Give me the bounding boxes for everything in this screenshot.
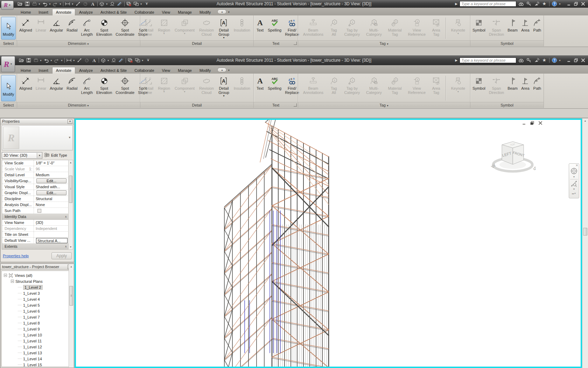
collapse-chevron-icon[interactable]: ∧ bbox=[65, 215, 66, 218]
browser-scrollbar[interactable]: ▲ bbox=[69, 264, 74, 367]
property-row[interactable]: Sun Path bbox=[2, 208, 69, 214]
tree-item[interactable]: 1_Level 12 bbox=[2, 344, 73, 350]
thin-lines-icon[interactable] bbox=[117, 1, 123, 7]
print-icon[interactable] bbox=[31, 1, 37, 7]
panel-label-detail[interactable]: Detail bbox=[140, 102, 253, 108]
beam-button[interactable]: Beam bbox=[506, 74, 519, 102]
chevron-down-icon[interactable]: ▼ bbox=[141, 59, 144, 62]
close-icon[interactable]: ✕ bbox=[68, 119, 72, 124]
help-search-input[interactable] bbox=[460, 1, 516, 7]
detail-group-button[interactable]: ADetailGroup▼ bbox=[217, 16, 231, 40]
scrollbar-thumb[interactable] bbox=[583, 228, 587, 236]
redo-icon[interactable] bbox=[52, 1, 58, 7]
panel-label-tag[interactable]: Tag ▼ bbox=[298, 102, 470, 108]
communication-icon[interactable] bbox=[534, 57, 539, 63]
detail-group-button[interactable]: ADetailGroup▼ bbox=[217, 74, 231, 102]
qat-customize-icon[interactable]: ▼— bbox=[144, 1, 150, 7]
tab-annotate[interactable]: Annotate bbox=[52, 9, 75, 15]
view-type-select[interactable]: 3D View: {3D}▼ bbox=[2, 152, 42, 159]
close-hidden-windows-icon[interactable] bbox=[126, 1, 132, 7]
edit-type-button[interactable]: Edit Type bbox=[44, 152, 67, 158]
panel-label-text[interactable]: Text bbox=[254, 102, 298, 108]
section-icon[interactable] bbox=[110, 1, 115, 7]
panel-label-select[interactable]: Select bbox=[0, 40, 17, 46]
favorites-star-icon[interactable]: ★ bbox=[541, 1, 547, 7]
redo-icon[interactable] bbox=[54, 57, 60, 63]
tree-item[interactable]: 1_Level 3 bbox=[2, 290, 73, 296]
property-row[interactable]: Detail LevelMedium bbox=[2, 172, 69, 178]
expand-search-icon[interactable]: ▶ bbox=[455, 2, 457, 6]
tree-expander-minus[interactable] bbox=[11, 280, 14, 283]
tree-item[interactable]: 1_Level 9 bbox=[2, 326, 73, 332]
symbol-button[interactable]: Symbol bbox=[471, 16, 487, 40]
tree-item[interactable]: 1_Level 4 bbox=[2, 296, 73, 302]
tree-item[interactable]: 1_Level 11 bbox=[2, 338, 73, 344]
chevron-down-icon[interactable]: ▼ bbox=[59, 3, 62, 5]
panel-label-dimension[interactable]: Dimension ▼ bbox=[17, 102, 140, 108]
save-icon[interactable] bbox=[24, 1, 30, 7]
chevron-down-icon[interactable]: ▼ bbox=[50, 59, 52, 62]
spot-elevation-button[interactable]: SpotElevation bbox=[94, 74, 114, 102]
tab-architect-site[interactable]: Architect & Site bbox=[97, 67, 131, 74]
tab-analyze[interactable]: Analyze bbox=[75, 67, 97, 74]
property-row[interactable]: View Scale1/8" = 1'-0" bbox=[2, 160, 69, 166]
chevron-down-icon[interactable]: ▼ bbox=[40, 59, 42, 62]
key-icon[interactable] bbox=[526, 1, 532, 7]
chevron-down-icon[interactable]: ▼ bbox=[49, 3, 51, 5]
help-icon[interactable]: ? bbox=[552, 57, 557, 63]
edit-button[interactable]: Edit... bbox=[36, 190, 66, 195]
thin-lines-icon[interactable] bbox=[118, 57, 124, 63]
tab-modify[interactable]: Modify bbox=[196, 67, 215, 74]
undo-icon[interactable] bbox=[43, 57, 49, 63]
chevron-down-icon[interactable]: ▼ bbox=[573, 188, 575, 191]
property-row[interactable]: DependencyIndependent bbox=[2, 226, 69, 232]
arc-length-button[interactable]: ArcLength bbox=[79, 74, 94, 102]
panel-label-select[interactable]: Select bbox=[0, 102, 17, 108]
close-button[interactable] bbox=[580, 1, 586, 7]
tab-annotate[interactable]: Annotate bbox=[52, 67, 75, 74]
restore-button[interactable] bbox=[573, 1, 579, 7]
chevron-down-icon[interactable]: ▼ bbox=[61, 59, 63, 62]
property-row[interactable]: Scale Value 1:96 bbox=[2, 166, 69, 172]
tab-manage[interactable]: Manage bbox=[174, 9, 196, 15]
property-row[interactable]: Analysis Displ...None bbox=[2, 202, 69, 208]
view-close-button[interactable] bbox=[537, 121, 543, 125]
tree-expander-minus[interactable] bbox=[4, 274, 7, 277]
property-row[interactable]: Default View ...Structural A... bbox=[2, 238, 69, 244]
apply-button[interactable]: Apply bbox=[51, 252, 72, 259]
text-icon[interactable]: A bbox=[91, 57, 97, 63]
search-binoculars-icon[interactable] bbox=[518, 57, 524, 63]
close-hidden-windows-icon[interactable] bbox=[127, 57, 133, 63]
chevron-down-icon[interactable]: ▼ bbox=[68, 136, 71, 139]
sun-path-checkbox[interactable] bbox=[37, 209, 41, 213]
angular-button[interactable]: Angular bbox=[48, 74, 65, 102]
navbar-close-icon[interactable]: ✕ bbox=[575, 164, 578, 167]
help-icon[interactable]: ? bbox=[552, 1, 557, 7]
path-button[interactable]: Path bbox=[531, 16, 543, 40]
aligned-button[interactable]: Aligned bbox=[18, 74, 34, 102]
tab-analyze[interactable]: Analyze bbox=[75, 9, 97, 15]
tree-item[interactable]: 1_Level 7 bbox=[2, 314, 73, 320]
measure-icon[interactable] bbox=[77, 57, 83, 63]
panel-label-detail[interactable]: Detail bbox=[140, 40, 253, 46]
protractor-icon[interactable] bbox=[84, 57, 90, 63]
restore-button[interactable] bbox=[573, 58, 579, 63]
view-restore-button[interactable] bbox=[529, 121, 535, 125]
scroll-up-icon[interactable]: ▲ bbox=[582, 118, 588, 123]
chevron-down-icon[interactable]: ▼ bbox=[559, 59, 561, 62]
spot-coordinate-button[interactable]: SpotCoordinate bbox=[114, 74, 136, 102]
property-row[interactable]: View Name{3D} bbox=[2, 220, 69, 226]
tree-item[interactable]: Views (all) bbox=[2, 272, 73, 278]
switch-windows-icon[interactable] bbox=[135, 57, 141, 63]
minimize-button[interactable] bbox=[566, 58, 572, 63]
measure-icon[interactable] bbox=[75, 1, 81, 7]
switch-windows-icon[interactable] bbox=[133, 1, 139, 7]
undo-icon[interactable] bbox=[42, 1, 48, 7]
text-button[interactable]: AText bbox=[254, 74, 266, 102]
text-icon[interactable]: A bbox=[90, 1, 96, 7]
arc-length-button[interactable]: ArcLength bbox=[79, 16, 94, 40]
chevron-down-icon[interactable]: ▼ bbox=[227, 11, 230, 13]
revit-application-button[interactable]: R▼ bbox=[1, 56, 15, 72]
properties-help-link[interactable]: Properties help bbox=[3, 254, 29, 258]
spelling-button[interactable]: ABCSpelling bbox=[266, 74, 283, 102]
